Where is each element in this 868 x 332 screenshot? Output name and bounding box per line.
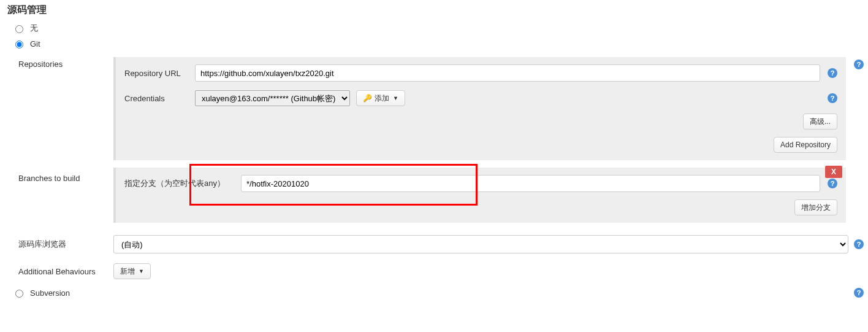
additional-behaviours-label: Additional Behaviours xyxy=(18,267,113,276)
add-behaviour-button[interactable]: 新增 ▼ xyxy=(113,263,151,279)
credentials-label: Credentials xyxy=(124,94,195,103)
help-icon[interactable]: ? xyxy=(828,179,837,188)
repositories-section-label: Repositories xyxy=(18,51,113,160)
repository-url-label: Repository URL xyxy=(124,69,195,78)
repo-browser-label: 源码库浏览器 xyxy=(18,239,113,250)
key-icon: 🔑 xyxy=(363,94,372,102)
branches-section-label: Branches to build xyxy=(18,165,113,223)
help-icon[interactable]: ? xyxy=(854,288,864,298)
add-repository-button[interactable]: Add Repository xyxy=(774,137,837,153)
branch-specifier-input[interactable] xyxy=(241,175,820,192)
scm-git-radio[interactable] xyxy=(15,41,23,48)
scm-none-label[interactable]: 无 xyxy=(30,23,38,34)
repo-browser-select[interactable]: (自动) xyxy=(113,235,848,253)
add-credentials-button[interactable]: 🔑 添加 ▼ xyxy=(356,90,405,106)
help-icon[interactable]: ? xyxy=(828,68,837,78)
help-icon[interactable]: ? xyxy=(854,239,864,249)
scm-subversion-radio[interactable] xyxy=(15,290,23,298)
caret-down-icon: ▼ xyxy=(393,95,398,101)
scm-none-radio[interactable] xyxy=(15,25,23,33)
add-branch-button[interactable]: 增加分支 xyxy=(794,199,837,215)
section-title: 源码管理 xyxy=(0,0,868,20)
branch-specifier-label: 指定分支（为空时代表any） xyxy=(124,178,241,189)
help-icon[interactable]: ? xyxy=(828,93,837,103)
advanced-button[interactable]: 高级... xyxy=(803,114,837,129)
scm-subversion-label[interactable]: Subversion xyxy=(30,288,70,298)
repository-url-input[interactable] xyxy=(195,64,820,82)
credentials-select[interactable]: xulayen@163.com/****** (Github帐密) xyxy=(195,90,350,106)
caret-down-icon: ▼ xyxy=(139,268,144,274)
scm-git-label[interactable]: Git xyxy=(30,39,40,48)
help-icon[interactable]: ? xyxy=(854,60,864,69)
